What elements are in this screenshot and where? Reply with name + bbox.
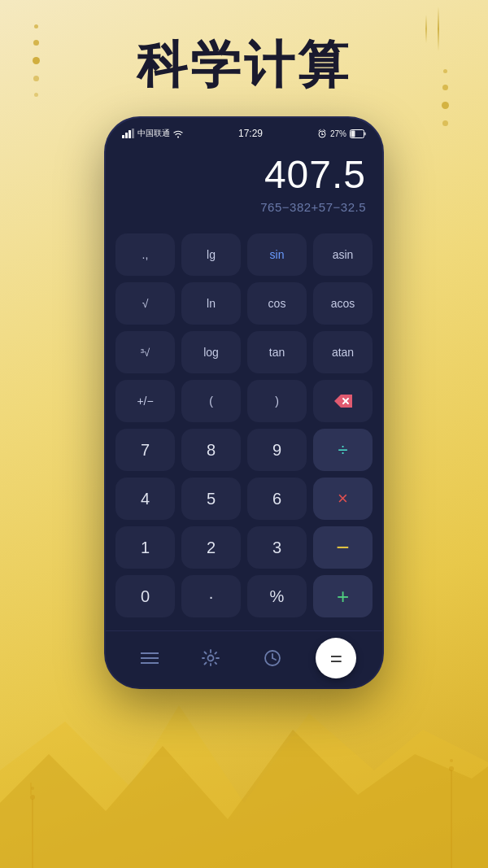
9-button[interactable]: 9 (247, 429, 307, 471)
row-0pct: 0 · % + (115, 575, 373, 617)
result-display: 407.5 (122, 152, 366, 197)
row-sci-2: √ ln cos acos (115, 282, 373, 325)
1-button[interactable]: 1 (115, 526, 175, 569)
calculator-keyboard: ., lg sin asin √ ln cos acos ³√ log tan … (106, 227, 382, 630)
multiply-button[interactable]: × (313, 478, 373, 520)
add-button[interactable]: + (313, 575, 373, 617)
status-bar: 中国联通 17:29 27% (106, 118, 382, 144)
row-sci-3: ³√ log tan atan (115, 331, 373, 373)
history-icon (264, 649, 281, 667)
atan-button[interactable]: atan (313, 331, 373, 373)
equals-button[interactable]: = (316, 638, 356, 678)
bottom-nav: = (106, 630, 382, 687)
percent-button[interactable]: % (247, 575, 307, 617)
backspace-button[interactable] (313, 380, 373, 422)
2-button[interactable]: 2 (181, 526, 241, 569)
svg-point-8 (450, 759, 453, 762)
menu-button[interactable] (132, 640, 168, 676)
asin-button[interactable]: asin (313, 233, 373, 276)
divide-button[interactable]: ÷ (313, 429, 373, 471)
comma-dot-button[interactable]: ., (115, 233, 175, 276)
tan-button[interactable]: tan (247, 331, 307, 373)
history-button[interactable] (255, 640, 290, 676)
lg-button[interactable]: lg (181, 233, 241, 276)
8-button[interactable]: 8 (181, 429, 241, 471)
7-button[interactable]: 7 (115, 429, 175, 471)
equals-label: = (330, 646, 342, 671)
settings-button[interactable] (193, 640, 229, 676)
right-paren-button[interactable]: ) (247, 380, 307, 422)
page-title: 科学计算 (0, 31, 488, 99)
decimal-button[interactable]: · (181, 575, 241, 617)
settings-icon (202, 649, 220, 667)
svg-line-27 (272, 658, 276, 660)
row-456: 4 5 6 × (115, 478, 373, 520)
signal-icon (122, 129, 135, 138)
row-misc: +/− ( ) (115, 380, 373, 422)
carrier-info: 中国联通 (122, 128, 184, 139)
subtract-button[interactable]: − (313, 526, 373, 569)
left-paren-button[interactable]: ( (181, 380, 241, 422)
svg-rect-10 (125, 133, 128, 138)
4-button[interactable]: 4 (115, 478, 175, 520)
alarm-icon (317, 129, 327, 138)
menu-icon (141, 652, 159, 665)
svg-rect-17 (351, 130, 355, 137)
ln-button[interactable]: ln (181, 282, 241, 325)
cube-root-button[interactable]: ³√ (115, 331, 175, 373)
log-button[interactable]: log (181, 331, 241, 373)
row-123: 1 2 3 − (115, 526, 373, 569)
0-button[interactable]: 0 (115, 575, 175, 617)
svg-point-4 (30, 795, 35, 800)
wifi-icon (172, 129, 184, 138)
phone-mockup: 中国联通 17:29 27% (106, 118, 382, 687)
status-time: 17:29 (238, 128, 263, 139)
row-sci-1: ., lg sin asin (115, 233, 373, 276)
svg-rect-11 (129, 130, 131, 138)
calculator-display: 407.5 765−382+57−32.5 (106, 144, 382, 227)
3-button[interactable]: 3 (247, 526, 307, 569)
row-789: 7 8 9 ÷ (115, 429, 373, 471)
sin-button[interactable]: sin (247, 233, 307, 276)
svg-rect-18 (364, 132, 366, 135)
sqrt-button[interactable]: √ (115, 282, 175, 325)
svg-point-5 (31, 787, 34, 790)
5-button[interactable]: 5 (181, 478, 241, 520)
acos-button[interactable]: acos (313, 282, 373, 325)
status-right: 27% (317, 129, 366, 138)
expression-display: 765−382+57−32.5 (122, 200, 366, 214)
backspace-icon (333, 394, 353, 408)
cos-button[interactable]: cos (247, 282, 307, 325)
svg-point-24 (208, 656, 214, 661)
plus-minus-button[interactable]: +/− (115, 380, 175, 422)
battery-icon (350, 129, 366, 138)
6-button[interactable]: 6 (247, 478, 307, 520)
svg-point-7 (449, 766, 454, 771)
svg-rect-12 (132, 129, 134, 138)
svg-rect-9 (122, 135, 124, 138)
